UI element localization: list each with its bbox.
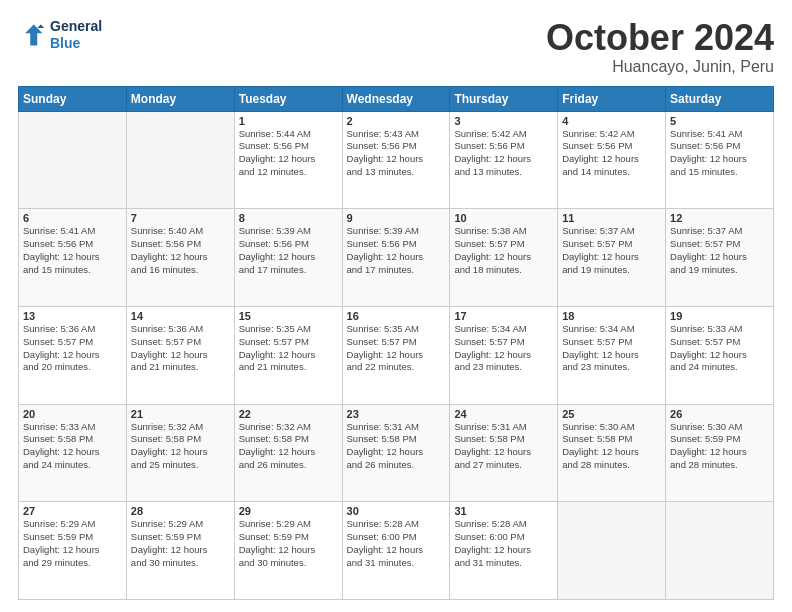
calendar-day-cell: 28Sunrise: 5:29 AM Sunset: 5:59 PM Dayli… (126, 502, 234, 600)
day-of-week-header: Saturday (666, 86, 774, 111)
calendar-day-cell: 20Sunrise: 5:33 AM Sunset: 5:58 PM Dayli… (19, 404, 127, 502)
day-number: 4 (562, 115, 661, 127)
calendar-day-cell: 21Sunrise: 5:32 AM Sunset: 5:58 PM Dayli… (126, 404, 234, 502)
calendar-week-row: 20Sunrise: 5:33 AM Sunset: 5:58 PM Dayli… (19, 404, 774, 502)
calendar-day-cell: 14Sunrise: 5:36 AM Sunset: 5:57 PM Dayli… (126, 306, 234, 404)
day-info: Sunrise: 5:35 AM Sunset: 5:57 PM Dayligh… (239, 323, 338, 374)
calendar-day-cell: 26Sunrise: 5:30 AM Sunset: 5:59 PM Dayli… (666, 404, 774, 502)
day-info: Sunrise: 5:29 AM Sunset: 5:59 PM Dayligh… (23, 518, 122, 569)
calendar-day-cell: 6Sunrise: 5:41 AM Sunset: 5:56 PM Daylig… (19, 209, 127, 307)
day-number: 19 (670, 310, 769, 322)
day-info: Sunrise: 5:31 AM Sunset: 5:58 PM Dayligh… (347, 421, 446, 472)
day-info: Sunrise: 5:29 AM Sunset: 5:59 PM Dayligh… (239, 518, 338, 569)
calendar-day-cell: 9Sunrise: 5:39 AM Sunset: 5:56 PM Daylig… (342, 209, 450, 307)
calendar-day-cell: 25Sunrise: 5:30 AM Sunset: 5:58 PM Dayli… (558, 404, 666, 502)
calendar-day-cell: 16Sunrise: 5:35 AM Sunset: 5:57 PM Dayli… (342, 306, 450, 404)
calendar-day-cell: 10Sunrise: 5:38 AM Sunset: 5:57 PM Dayli… (450, 209, 558, 307)
calendar-day-cell: 18Sunrise: 5:34 AM Sunset: 5:57 PM Dayli… (558, 306, 666, 404)
day-number: 10 (454, 212, 553, 224)
day-of-week-header: Sunday (19, 86, 127, 111)
page: General Blue October 2024 Huancayo, Juni… (0, 0, 792, 612)
day-info: Sunrise: 5:41 AM Sunset: 5:56 PM Dayligh… (670, 128, 769, 179)
day-number: 30 (347, 505, 446, 517)
day-number: 21 (131, 408, 230, 420)
day-number: 3 (454, 115, 553, 127)
day-number: 16 (347, 310, 446, 322)
calendar-header-row: SundayMondayTuesdayWednesdayThursdayFrid… (19, 86, 774, 111)
title-block: October 2024 Huancayo, Junin, Peru (546, 18, 774, 76)
header: General Blue October 2024 Huancayo, Juni… (18, 18, 774, 76)
day-number: 12 (670, 212, 769, 224)
day-info: Sunrise: 5:35 AM Sunset: 5:57 PM Dayligh… (347, 323, 446, 374)
calendar-week-row: 13Sunrise: 5:36 AM Sunset: 5:57 PM Dayli… (19, 306, 774, 404)
day-info: Sunrise: 5:37 AM Sunset: 5:57 PM Dayligh… (562, 225, 661, 276)
day-number: 23 (347, 408, 446, 420)
day-info: Sunrise: 5:43 AM Sunset: 5:56 PM Dayligh… (347, 128, 446, 179)
day-info: Sunrise: 5:32 AM Sunset: 5:58 PM Dayligh… (131, 421, 230, 472)
calendar-day-cell: 12Sunrise: 5:37 AM Sunset: 5:57 PM Dayli… (666, 209, 774, 307)
day-number: 27 (23, 505, 122, 517)
day-info: Sunrise: 5:34 AM Sunset: 5:57 PM Dayligh… (454, 323, 553, 374)
day-number: 25 (562, 408, 661, 420)
day-number: 31 (454, 505, 553, 517)
day-info: Sunrise: 5:40 AM Sunset: 5:56 PM Dayligh… (131, 225, 230, 276)
day-number: 24 (454, 408, 553, 420)
calendar-day-cell (19, 111, 127, 209)
calendar-day-cell: 29Sunrise: 5:29 AM Sunset: 5:59 PM Dayli… (234, 502, 342, 600)
calendar-day-cell: 2Sunrise: 5:43 AM Sunset: 5:56 PM Daylig… (342, 111, 450, 209)
calendar-day-cell: 5Sunrise: 5:41 AM Sunset: 5:56 PM Daylig… (666, 111, 774, 209)
month-title: October 2024 (546, 18, 774, 58)
calendar-day-cell: 15Sunrise: 5:35 AM Sunset: 5:57 PM Dayli… (234, 306, 342, 404)
day-info: Sunrise: 5:31 AM Sunset: 5:58 PM Dayligh… (454, 421, 553, 472)
calendar-day-cell: 22Sunrise: 5:32 AM Sunset: 5:58 PM Dayli… (234, 404, 342, 502)
day-number: 11 (562, 212, 661, 224)
svg-marker-1 (37, 24, 44, 28)
day-info: Sunrise: 5:41 AM Sunset: 5:56 PM Dayligh… (23, 225, 122, 276)
day-info: Sunrise: 5:36 AM Sunset: 5:57 PM Dayligh… (131, 323, 230, 374)
day-number: 14 (131, 310, 230, 322)
day-info: Sunrise: 5:39 AM Sunset: 5:56 PM Dayligh… (239, 225, 338, 276)
day-of-week-header: Monday (126, 86, 234, 111)
logo-text: General Blue (50, 18, 102, 52)
day-number: 29 (239, 505, 338, 517)
day-info: Sunrise: 5:32 AM Sunset: 5:58 PM Dayligh… (239, 421, 338, 472)
day-number: 5 (670, 115, 769, 127)
day-of-week-header: Thursday (450, 86, 558, 111)
day-number: 6 (23, 212, 122, 224)
day-number: 9 (347, 212, 446, 224)
calendar-day-cell: 8Sunrise: 5:39 AM Sunset: 5:56 PM Daylig… (234, 209, 342, 307)
day-number: 13 (23, 310, 122, 322)
day-of-week-header: Friday (558, 86, 666, 111)
day-number: 15 (239, 310, 338, 322)
calendar-day-cell: 13Sunrise: 5:36 AM Sunset: 5:57 PM Dayli… (19, 306, 127, 404)
calendar-day-cell: 1Sunrise: 5:44 AM Sunset: 5:56 PM Daylig… (234, 111, 342, 209)
day-of-week-header: Wednesday (342, 86, 450, 111)
calendar-day-cell: 27Sunrise: 5:29 AM Sunset: 5:59 PM Dayli… (19, 502, 127, 600)
day-info: Sunrise: 5:37 AM Sunset: 5:57 PM Dayligh… (670, 225, 769, 276)
day-info: Sunrise: 5:33 AM Sunset: 5:58 PM Dayligh… (23, 421, 122, 472)
day-info: Sunrise: 5:29 AM Sunset: 5:59 PM Dayligh… (131, 518, 230, 569)
day-info: Sunrise: 5:42 AM Sunset: 5:56 PM Dayligh… (562, 128, 661, 179)
day-info: Sunrise: 5:28 AM Sunset: 6:00 PM Dayligh… (454, 518, 553, 569)
day-number: 17 (454, 310, 553, 322)
calendar-day-cell: 17Sunrise: 5:34 AM Sunset: 5:57 PM Dayli… (450, 306, 558, 404)
day-number: 2 (347, 115, 446, 127)
calendar-day-cell: 19Sunrise: 5:33 AM Sunset: 5:57 PM Dayli… (666, 306, 774, 404)
day-info: Sunrise: 5:42 AM Sunset: 5:56 PM Dayligh… (454, 128, 553, 179)
calendar-day-cell: 31Sunrise: 5:28 AM Sunset: 6:00 PM Dayli… (450, 502, 558, 600)
calendar-day-cell: 23Sunrise: 5:31 AM Sunset: 5:58 PM Dayli… (342, 404, 450, 502)
calendar-week-row: 6Sunrise: 5:41 AM Sunset: 5:56 PM Daylig… (19, 209, 774, 307)
day-of-week-header: Tuesday (234, 86, 342, 111)
location-title: Huancayo, Junin, Peru (546, 58, 774, 76)
day-number: 20 (23, 408, 122, 420)
calendar-day-cell (558, 502, 666, 600)
calendar-day-cell: 24Sunrise: 5:31 AM Sunset: 5:58 PM Dayli… (450, 404, 558, 502)
calendar-day-cell: 30Sunrise: 5:28 AM Sunset: 6:00 PM Dayli… (342, 502, 450, 600)
day-number: 8 (239, 212, 338, 224)
day-number: 1 (239, 115, 338, 127)
calendar-week-row: 1Sunrise: 5:44 AM Sunset: 5:56 PM Daylig… (19, 111, 774, 209)
day-info: Sunrise: 5:30 AM Sunset: 5:59 PM Dayligh… (670, 421, 769, 472)
day-info: Sunrise: 5:30 AM Sunset: 5:58 PM Dayligh… (562, 421, 661, 472)
day-number: 18 (562, 310, 661, 322)
calendar-week-row: 27Sunrise: 5:29 AM Sunset: 5:59 PM Dayli… (19, 502, 774, 600)
